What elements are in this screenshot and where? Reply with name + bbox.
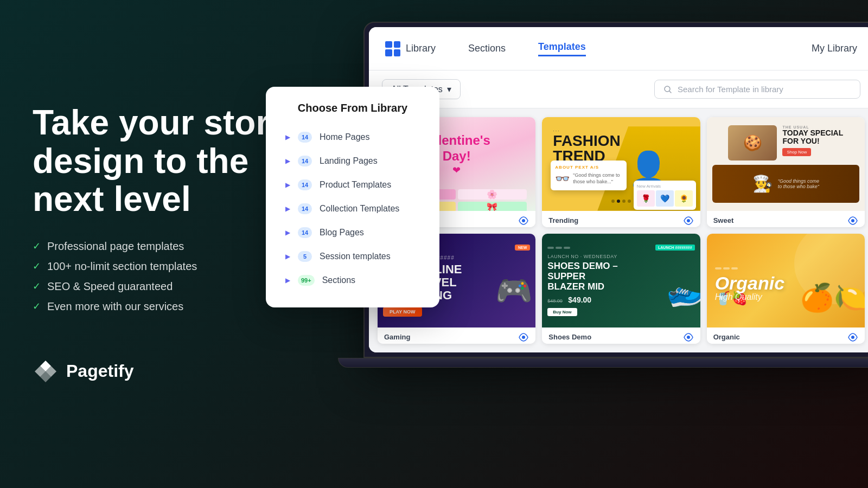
arrow-icon: ▶ (285, 157, 290, 165)
svg-point-5 (687, 336, 690, 339)
brand-name: Pagetify (66, 361, 133, 381)
fashion-text: ··· FASHIONTREND (553, 128, 620, 164)
chevron-down-icon: ▾ (447, 84, 451, 94)
cookie-image: 🍪 (728, 125, 777, 160)
template-card-footer: Gaming (378, 328, 535, 344)
dot (611, 200, 615, 203)
new-arrivals-card: New Arrivals 🌹 💙 🌻 (634, 181, 696, 210)
laptop-mockup: Library Sections Templates My Library Al… (363, 22, 868, 390)
template-card-footer: Sweet (707, 211, 865, 227)
nav-my-library[interactable]: My Library (812, 43, 857, 54)
template-name-fashion: Trending (548, 216, 578, 224)
search-placeholder: Search for Template in library (678, 85, 783, 94)
popup-badge-landing: 14 (298, 156, 312, 166)
gaming-person-icon: 🎮 (495, 273, 533, 309)
template-card-shoes: LAUNCH ######## LAUNCH NO · WEDNESDAY SH… (542, 234, 700, 344)
svg-point-2 (687, 219, 690, 222)
template-card-special: 🍪 The usual TODAY SPECIALFOR YOU! Shop N… (707, 117, 865, 227)
popup-badge-session: 5 (298, 251, 312, 262)
nav-library[interactable]: Library (385, 41, 436, 56)
svg-point-6 (851, 336, 854, 339)
brand-logo: Pagetify (33, 358, 304, 384)
arrow-icon: ▶ (285, 253, 290, 260)
nav-library-label: Library (406, 43, 436, 54)
check-icon: ✓ (33, 280, 41, 292)
dot-active (617, 200, 620, 203)
popup-item-collection-templates[interactable]: ▶ 14 Collection Templates (281, 197, 424, 221)
grid-cell (385, 41, 392, 48)
popup-item-sections[interactable]: ▶ 99+ Sections (281, 268, 424, 292)
template-preview-special: 🍪 The usual TODAY SPECIALFOR YOU! Shop N… (707, 117, 865, 211)
product-mini-4: 🎀 (458, 202, 527, 210)
choose-from-library-popup: Choose From Library ▶ 14 Home Pages ▶ 14… (266, 87, 439, 307)
search-icon (663, 85, 672, 94)
template-name-organic: Organic (713, 333, 740, 341)
laptop-base (338, 358, 869, 368)
check-icon: ✓ (33, 240, 41, 252)
popup-item-product-templates[interactable]: ▶ 14 Product Templates (281, 173, 424, 197)
template-preview-fashion: ··· FASHIONTREND 👤 (542, 117, 700, 211)
features-list: ✓ Professional page templates ✓ 100+ no-… (33, 240, 304, 320)
template-preview-organic: Organic High Quality 🍊🍋 🥤🍓 (707, 234, 865, 328)
nav-sections[interactable]: Sections (468, 43, 506, 54)
arrow-icon: ▶ (285, 277, 290, 284)
search-box[interactable]: Search for Template in library (654, 80, 860, 99)
app-window: Library Sections Templates My Library Al… (369, 27, 868, 352)
popup-item-home-pages[interactable]: ▶ 14 Home Pages (281, 125, 424, 149)
dot (628, 200, 631, 203)
template-name-shoes: Shoes Demo (548, 333, 591, 341)
popup-item-label-sections: Sections (322, 275, 355, 285)
templates-grid: Valentine'sDay! ❤ 🐾 🌸 🧸 🎀 (369, 108, 868, 352)
popup-item-label-blog: Blog Pages (320, 228, 364, 237)
preview-icon[interactable] (847, 332, 858, 343)
special-cta-button[interactable]: Shop Now (782, 148, 811, 156)
svg-point-1 (522, 219, 525, 222)
check-icon: ✓ (33, 300, 41, 312)
feature-item: ✓ Professional page templates (33, 240, 304, 253)
dot (622, 200, 626, 203)
template-card-footer: Trending (542, 211, 700, 227)
about-pext-card: About Pext A/S 👓 "Good things come to th… (551, 160, 627, 190)
hero-title: Take your store design to the next level (33, 104, 304, 218)
template-preview-shoes: LAUNCH ######## LAUNCH NO · WEDNESDAY SH… (542, 234, 700, 328)
popup-badge-blog: 14 (298, 227, 312, 238)
pagetify-logo-icon (33, 358, 59, 384)
popup-badge-home: 14 (298, 132, 312, 143)
svg-point-3 (851, 219, 854, 222)
template-name-gaming: Gaming (384, 333, 410, 341)
popup-item-label-landing: Landing Pages (320, 156, 378, 166)
feature-item: ✓ Even more with our services (33, 300, 304, 313)
popup-item-label-collection: Collection Templates (320, 204, 399, 214)
grid-cell (394, 41, 401, 48)
arrow-icon: ▶ (285, 133, 290, 141)
popup-badge-collection: 14 (298, 203, 312, 214)
template-name-special: Sweet (713, 216, 734, 224)
popup-item-landing-pages[interactable]: ▶ 14 Landing Pages (281, 149, 424, 173)
preview-icon[interactable] (683, 332, 694, 343)
shoes-cta-button[interactable]: Buy Now (547, 308, 577, 316)
preview-icon[interactable] (518, 332, 529, 343)
popup-item-blog-pages[interactable]: ▶ 14 Blog Pages (281, 221, 424, 245)
template-card-footer: Shoes Demo (542, 328, 700, 344)
gaming-cta-button[interactable]: PLAY NOW (383, 307, 422, 317)
template-card-organic: Organic High Quality 🍊🍋 🥤🍓 Organic (707, 234, 865, 344)
popup-item-session-templates[interactable]: ▶ 5 Session templates (281, 245, 424, 268)
popup-item-label-home: Home Pages (320, 132, 370, 142)
popup-item-label-session: Session templates (320, 252, 391, 261)
preview-icon[interactable] (518, 215, 529, 226)
preview-icon[interactable] (847, 215, 858, 226)
product-mini-2: 🌸 (458, 189, 527, 200)
template-card-fashion: ··· FASHIONTREND 👤 (542, 117, 700, 227)
feature-item: ✓ 100+ no-limit section templates (33, 260, 304, 273)
nav-templates[interactable]: Templates (538, 41, 586, 56)
feature-item: ✓ SEO & Speed guaranteed (33, 280, 304, 293)
preview-icon[interactable] (683, 215, 694, 226)
right-panel: Library Sections Templates My Library Al… (336, 0, 868, 488)
popup-title: Choose From Library (281, 102, 424, 114)
bakery-image: 👨‍🍳 "Good things come to those who bake" (712, 165, 859, 203)
template-card-footer: Organic (707, 328, 865, 344)
check-icon: ✓ (33, 260, 41, 272)
popup-item-label-product: Product Templates (320, 180, 391, 190)
svg-point-4 (522, 336, 525, 339)
popup-badge-sections: 99+ (298, 275, 315, 286)
